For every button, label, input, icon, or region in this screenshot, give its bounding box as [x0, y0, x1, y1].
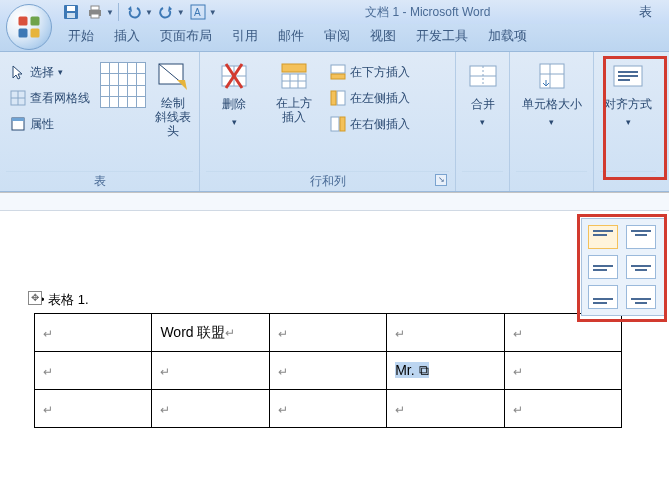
redo-icon[interactable]	[155, 2, 177, 22]
title-bar: ▼ ▼ ▼ A ▼ 文档 1 - Microsoft Word 表	[0, 0, 669, 24]
svg-rect-28	[282, 64, 306, 72]
align-top-left[interactable]	[588, 225, 618, 249]
properties-icon	[10, 116, 26, 132]
svg-rect-0	[19, 17, 28, 26]
group-merge: 合并 ▾	[456, 52, 510, 191]
insert-below-button[interactable]: 在下方插入	[326, 60, 414, 84]
svg-rect-3	[31, 29, 40, 38]
alignment-popup	[581, 218, 665, 316]
quick-access-toolbar: ▼ ▼ ▼ A ▼	[60, 2, 217, 22]
align-top-center[interactable]	[626, 225, 656, 249]
group-cellsize: 单元格大小 ▾	[510, 52, 594, 191]
tab-developer[interactable]: 开发工具	[406, 22, 478, 51]
doc-table[interactable]: ↵ Word 联盟↵ ↵ ↵ ↵ ↵ ↵ ↵ Mr. ⧉ ↵ ↵ ↵ ↵ ↵ ↵	[34, 313, 622, 428]
office-button[interactable]	[6, 4, 52, 50]
svg-rect-9	[91, 14, 99, 18]
svg-rect-30	[331, 74, 345, 79]
table-caption: • 表格 1.	[40, 291, 635, 309]
alignment-button[interactable]: 对齐方式 ▾	[600, 56, 656, 171]
merge-button[interactable]: 合并 ▾	[462, 56, 503, 171]
view-gridlines-button[interactable]: 查看网格线	[6, 86, 94, 110]
print-icon[interactable]	[84, 2, 106, 22]
properties-label: 属性	[30, 116, 54, 133]
table-row: ↵ ↵ ↵ Mr. ⧉ ↵	[35, 352, 622, 390]
insert-above-label: 在上方 插入	[276, 96, 312, 124]
cellsize-button[interactable]: 单元格大小 ▾	[516, 56, 587, 171]
svg-rect-16	[12, 118, 24, 121]
redo-drop[interactable]: ▼	[177, 8, 185, 17]
table-cell[interactable]: ↵	[269, 390, 386, 428]
insert-left-label: 在左侧插入	[350, 90, 410, 107]
insert-left-icon	[330, 90, 346, 106]
table-cell[interactable]: ↵	[504, 390, 621, 428]
qat-drop-1[interactable]: ▼	[106, 8, 114, 17]
svg-rect-29	[331, 65, 345, 73]
table-cell[interactable]: ↵	[504, 314, 621, 352]
svg-rect-32	[331, 91, 336, 105]
properties-button[interactable]: 属性	[6, 112, 94, 136]
undo-drop[interactable]: ▼	[145, 8, 153, 17]
table-row: ↵ ↵ ↵ ↵ ↵	[35, 390, 622, 428]
table-cell[interactable]: ↵	[387, 314, 504, 352]
group-rows-cols: 删除 ▾ 在上方 插入 在下方插入 在左侧插入 在右侧插入	[200, 52, 456, 191]
align-middle-left[interactable]	[588, 255, 618, 279]
rowscols-dialog-launcher[interactable]: ↘	[435, 174, 447, 186]
table-cell[interactable]: ↵	[35, 390, 152, 428]
tab-view[interactable]: 视图	[360, 22, 406, 51]
cursor-icon	[10, 64, 26, 80]
group-table-label: 表	[6, 171, 193, 189]
table-cell[interactable]: Word 联盟↵	[152, 314, 269, 352]
merge-label: 合并	[471, 96, 495, 113]
insert-above-button[interactable]: 在上方 插入	[266, 56, 322, 171]
table-cell[interactable]: ↵	[152, 352, 269, 390]
group-rowscols-label: 行和列	[310, 174, 346, 188]
table-cell[interactable]: Mr. ⧉	[387, 352, 504, 390]
table-cell[interactable]: ↵	[269, 314, 386, 352]
svg-rect-31	[337, 91, 345, 105]
table-cell[interactable]: ↵	[387, 390, 504, 428]
ruler[interactable]	[0, 193, 669, 211]
align-bottom-left[interactable]	[588, 285, 618, 309]
ribbon-tabs: 开始 插入 页面布局 引用 邮件 审阅 视图 开发工具 加载项	[0, 24, 669, 52]
tab-pagelayout[interactable]: 页面布局	[150, 22, 222, 51]
alignment-label: 对齐方式	[604, 96, 652, 113]
table-move-handle[interactable]: ✥	[28, 291, 42, 305]
svg-rect-1	[31, 17, 40, 26]
tab-insert[interactable]: 插入	[104, 22, 150, 51]
draw-diagonal-header-button[interactable]: 绘制 斜线表头	[152, 56, 193, 171]
tab-addins[interactable]: 加载项	[478, 22, 537, 51]
insert-below-label: 在下方插入	[350, 64, 410, 81]
align-middle-center[interactable]	[626, 255, 656, 279]
delete-icon	[218, 60, 250, 92]
tab-mailings[interactable]: 邮件	[268, 22, 314, 51]
align-bottom-center[interactable]	[626, 285, 656, 309]
save-icon[interactable]	[60, 2, 82, 22]
delete-button[interactable]: 删除 ▾	[206, 56, 262, 171]
svg-rect-5	[67, 6, 75, 11]
table-cell[interactable]: ↵	[35, 352, 152, 390]
style-icon[interactable]: A	[187, 2, 209, 22]
table-cell[interactable]: ↵	[35, 314, 152, 352]
chevron-down-icon: ▾	[626, 117, 631, 127]
insert-left-button[interactable]: 在左侧插入	[326, 86, 414, 110]
undo-icon[interactable]	[123, 2, 145, 22]
insert-right-label: 在右侧插入	[350, 116, 410, 133]
insert-right-button[interactable]: 在右侧插入	[326, 112, 414, 136]
gridlines-icon	[10, 90, 26, 106]
tab-home[interactable]: 开始	[58, 22, 104, 51]
gridlines-label: 查看网格线	[30, 90, 90, 107]
page[interactable]: ✥ • 表格 1. ↵ Word 联盟↵ ↵ ↵ ↵ ↵ ↵ ↵ Mr. ⧉ ↵…	[0, 211, 669, 446]
cellsize-label: 单元格大小	[522, 96, 582, 113]
tab-review[interactable]: 审阅	[314, 22, 360, 51]
tab-references[interactable]: 引用	[222, 22, 268, 51]
table-cell[interactable]: ↵	[152, 390, 269, 428]
table-cell[interactable]: ↵	[504, 352, 621, 390]
table-cell[interactable]: ↵	[269, 352, 386, 390]
svg-rect-8	[91, 6, 99, 10]
qat-customize-drop[interactable]: ▼	[209, 8, 217, 17]
select-button[interactable]: 选择 ▾	[6, 60, 94, 84]
insert-above-icon	[278, 60, 310, 92]
chevron-down-icon: ▾	[58, 67, 63, 77]
table-row: ↵ Word 联盟↵ ↵ ↵ ↵	[35, 314, 622, 352]
table-grid-icon	[100, 62, 146, 108]
